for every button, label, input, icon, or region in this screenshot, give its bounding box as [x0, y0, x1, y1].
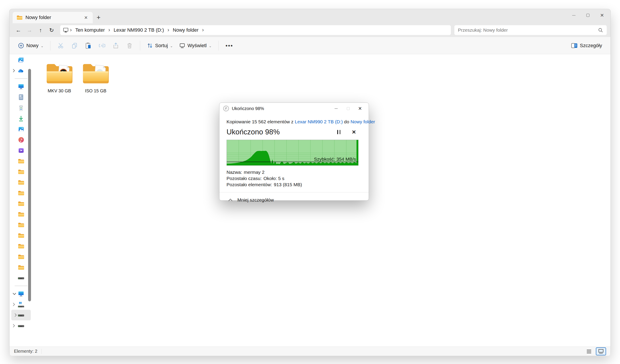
new-button[interactable]: Nowy ⌄	[15, 39, 47, 52]
window-caption-controls: ×	[567, 9, 609, 21]
this-pc-icon	[18, 291, 24, 297]
chevron-right-icon[interactable]	[13, 69, 15, 72]
search-icon	[598, 28, 603, 33]
tab-close-icon[interactable]: ×	[82, 14, 90, 21]
drive-icon	[18, 324, 24, 328]
breadcrumb-segment-folder[interactable]: Nowy folder	[170, 26, 201, 34]
toolbar-divider	[50, 41, 50, 50]
downloads-icon	[18, 115, 24, 121]
dialog-title-bar[interactable]: Ukończono 98% ×	[219, 103, 369, 114]
more-options-button[interactable]: •••	[222, 43, 237, 49]
copy-source-link[interactable]: Lexar NM990 2 TB (D:)	[295, 119, 343, 124]
folder-icon	[18, 254, 24, 259]
view-icon	[179, 43, 185, 49]
documents-icon	[18, 94, 24, 100]
chevron-right-icon: ›	[69, 27, 73, 34]
details-pane-label: Szczegóły	[580, 43, 602, 48]
pause-button[interactable]	[337, 130, 340, 134]
fewer-details-button[interactable]: Mniej szczegółów	[219, 192, 369, 208]
folder-icon	[18, 265, 24, 270]
sort-button[interactable]: Sortuj ⌄	[144, 39, 176, 52]
windows-drive-icon	[18, 302, 24, 307]
chevron-right-icon: ›	[166, 27, 170, 34]
folder-icon	[18, 233, 24, 238]
share-icon	[112, 42, 119, 49]
list-view-button[interactable]	[584, 347, 594, 355]
chevron-right-icon[interactable]	[14, 313, 17, 317]
large-icons-view-button[interactable]	[596, 347, 606, 355]
sidebar-item-gallery[interactable]	[10, 55, 32, 65]
address-bar-row: ← → ↑ ↻ › Ten komputer › Lexar NM990 2 T…	[10, 23, 610, 37]
cut-button[interactable]	[54, 39, 68, 52]
copy-details: Nazwa:mermay 2 Pozostało czasu:Około: 5 …	[227, 169, 362, 188]
tab-bar: Nowy folder × + ×	[10, 9, 610, 23]
large-icons-view-icon	[598, 349, 604, 354]
copy-button[interactable]	[68, 39, 81, 52]
folder-icon	[18, 222, 24, 228]
folder-tile-mkv[interactable]: MKV 30 GB	[42, 62, 77, 93]
search-input[interactable]	[458, 28, 598, 33]
view-button[interactable]: Wyświetl ⌄	[176, 39, 215, 52]
items-count: Elementy: 2	[14, 349, 37, 354]
tab-title: Nowy folder	[26, 15, 82, 20]
fewer-details-label: Mniej szczegółów	[237, 197, 274, 203]
new-tab-button[interactable]: +	[93, 12, 104, 23]
back-button[interactable]: ←	[13, 25, 24, 35]
list-view-icon	[586, 349, 592, 354]
toolbar-divider	[218, 41, 218, 50]
folder-icon-mkv	[45, 62, 73, 85]
chevron-down-icon[interactable]	[13, 293, 16, 295]
delete-button[interactable]	[123, 39, 136, 52]
refresh-button[interactable]: ↻	[46, 25, 57, 35]
window-minimize-button[interactable]	[567, 9, 581, 21]
sort-button-label: Sortuj	[155, 43, 168, 48]
copy-destination-link[interactable]: Nowy folder	[351, 119, 375, 124]
chevron-down-icon: ⌄	[41, 44, 44, 48]
dialog-body: Kopiowanie 15 562 elementów z Lexar NM99…	[219, 114, 369, 188]
folder-tile-iso[interactable]: ISO 15 GB	[78, 62, 113, 93]
tab-nowy-folder[interactable]: Nowy folder ×	[13, 12, 93, 23]
breadcrumb-segment-computer[interactable]: Ten komputer	[73, 26, 107, 34]
rename-button[interactable]: A	[95, 39, 109, 52]
pause-icon	[340, 130, 341, 134]
chevron-down-icon: ⌄	[209, 44, 212, 48]
window-close-button[interactable]: ×	[595, 9, 609, 21]
dialog-maximize-button[interactable]	[342, 104, 354, 113]
forward-button[interactable]: →	[24, 25, 35, 35]
folder-icon	[18, 190, 24, 196]
music-icon	[18, 137, 24, 143]
svg-text:A: A	[101, 44, 103, 47]
dialog-minimize-button[interactable]	[330, 104, 342, 113]
detail-time-remaining: Pozostało czasu:Około: 5 s	[227, 175, 362, 182]
this-pc-icon	[63, 28, 69, 33]
detail-items-remaining: Pozostało elementów:913 (815 MB)	[227, 182, 362, 188]
search-box	[454, 25, 607, 35]
plus-circle-icon	[18, 43, 24, 49]
maximize-icon	[347, 107, 350, 110]
breadcrumb-segment-drive[interactable]: Lexar NM990 2 TB (D:)	[111, 26, 166, 34]
chevron-right-icon: ›	[107, 27, 111, 34]
folder-icon	[18, 201, 24, 206]
chevron-right-icon[interactable]	[13, 303, 15, 306]
minimize-icon	[572, 15, 575, 15]
speed-graph: Szybkość: 354 MB/s	[227, 140, 358, 166]
breadcrumb[interactable]: › Ten komputer › Lexar NM990 2 TB (D:) ›…	[60, 25, 451, 35]
copy-icon	[71, 42, 78, 49]
sidebar-item-drive[interactable]	[10, 320, 32, 331]
details-pane-button[interactable]: Szczegóły	[568, 39, 605, 52]
detail-name: Nazwa:mermay 2	[227, 169, 362, 175]
details-pane-icon	[571, 43, 578, 48]
window-maximize-button[interactable]	[581, 9, 595, 21]
gallery-icon	[18, 57, 24, 63]
toolbar-divider	[140, 41, 140, 50]
status-bar: Elementy: 2	[10, 347, 610, 356]
dialog-close-button[interactable]: ×	[354, 104, 366, 113]
share-button[interactable]	[109, 39, 123, 52]
paste-button[interactable]	[81, 39, 95, 52]
sidebar-scrollbar[interactable]	[28, 69, 31, 301]
chevron-right-icon[interactable]	[13, 324, 15, 327]
sidebar-item-drive-selected[interactable]	[11, 310, 31, 320]
up-button[interactable]: ↑	[35, 25, 46, 35]
rename-icon: A	[98, 42, 106, 49]
cancel-copy-button[interactable]: ×	[352, 129, 356, 135]
